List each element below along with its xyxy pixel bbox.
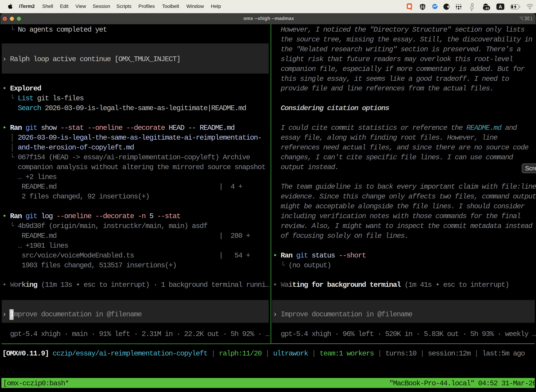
svg-text:..61: ..61: [484, 7, 489, 10]
svg-text:A: A: [499, 4, 502, 9]
